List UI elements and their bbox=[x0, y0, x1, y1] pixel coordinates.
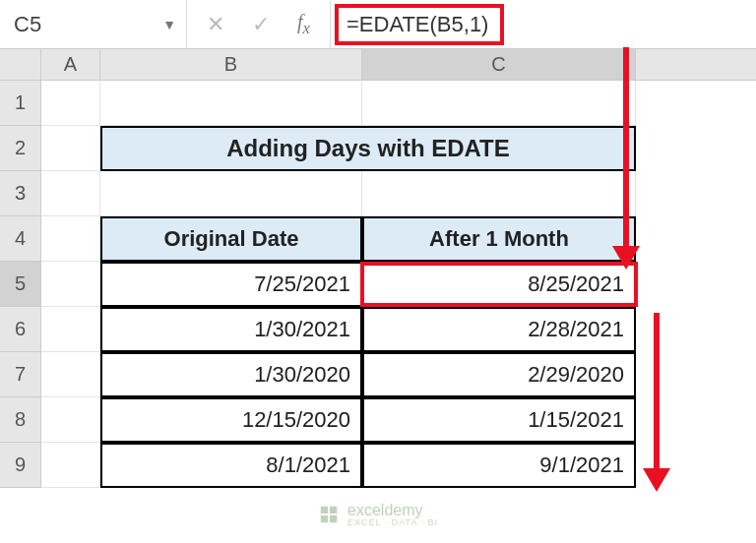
cell-A5[interactable] bbox=[41, 262, 100, 307]
watermark: exceldemy EXCEL · DATA · BI bbox=[318, 502, 438, 527]
grid-body: 1 2 Adding Days with EDATE 3 4 Original … bbox=[0, 81, 756, 488]
row-header-7[interactable]: 7 bbox=[0, 352, 41, 397]
cell-C9[interactable]: 9/1/2021 bbox=[362, 443, 636, 488]
row-header-3[interactable]: 3 bbox=[0, 171, 41, 216]
row-2: 2 Adding Days with EDATE bbox=[0, 126, 756, 171]
cell-A8[interactable] bbox=[41, 397, 100, 443]
row-6: 6 1/30/2021 2/28/2021 bbox=[0, 307, 756, 352]
watermark-brand: exceldemy bbox=[347, 502, 422, 518]
row-header-4[interactable]: 4 bbox=[0, 216, 41, 262]
row-header-9[interactable]: 9 bbox=[0, 443, 41, 488]
col-header-C[interactable]: C bbox=[362, 49, 636, 80]
cell-C5[interactable]: 8/25/2021 bbox=[362, 262, 636, 307]
header-after[interactable]: After 1 Month bbox=[362, 216, 636, 262]
row-header-8[interactable]: 8 bbox=[0, 397, 41, 443]
cell-B7[interactable]: 1/30/2020 bbox=[100, 352, 362, 397]
cell-B1[interactable] bbox=[100, 81, 362, 126]
select-all-corner[interactable] bbox=[0, 49, 41, 80]
header-original[interactable]: Original Date bbox=[100, 216, 362, 262]
row-header-5[interactable]: 5 bbox=[0, 262, 41, 307]
formula-text: =EDATE(B5,1) bbox=[335, 4, 504, 45]
row-7: 7 1/30/2020 2/29/2020 bbox=[0, 352, 756, 397]
name-box-value: C5 bbox=[14, 12, 41, 37]
cell-B5[interactable]: 7/25/2021 bbox=[100, 262, 362, 307]
row-3: 3 bbox=[0, 171, 756, 216]
formula-input[interactable]: =EDATE(B5,1) bbox=[331, 0, 756, 48]
watermark-text: exceldemy EXCEL · DATA · BI bbox=[347, 502, 438, 527]
row-header-1[interactable]: 1 bbox=[0, 81, 41, 126]
cell-B6[interactable]: 1/30/2021 bbox=[100, 307, 362, 352]
row-4: 4 Original Date After 1 Month bbox=[0, 216, 756, 262]
name-box[interactable]: C5 ▼ bbox=[0, 0, 187, 48]
cell-B3[interactable] bbox=[100, 171, 362, 216]
name-box-dropdown-icon[interactable]: ▼ bbox=[162, 17, 176, 32]
cell-B8[interactable]: 12/15/2020 bbox=[100, 397, 362, 443]
arrow-fill-down-head bbox=[643, 468, 670, 492]
cell-A2[interactable] bbox=[41, 126, 100, 171]
formula-bar: C5 ▼ ✕ ✓ fx =EDATE(B5,1) bbox=[0, 0, 756, 49]
row-5: 5 7/25/2021 8/25/2021 bbox=[0, 262, 756, 307]
row-1: 1 bbox=[0, 81, 756, 126]
cell-B9[interactable]: 8/1/2021 bbox=[100, 443, 362, 488]
arrow-formula-to-cell-head bbox=[612, 246, 640, 270]
cell-A4[interactable] bbox=[41, 216, 100, 262]
cell-A1[interactable] bbox=[41, 81, 100, 126]
cell-C3[interactable] bbox=[362, 171, 636, 216]
cell-A9[interactable] bbox=[41, 443, 100, 488]
cell-C7[interactable]: 2/29/2020 bbox=[362, 352, 636, 397]
watermark-tagline: EXCEL · DATA · BI bbox=[347, 517, 438, 527]
col-header-B[interactable]: B bbox=[100, 49, 362, 80]
arrow-fill-down-line bbox=[654, 313, 660, 472]
cell-C6[interactable]: 2/28/2021 bbox=[362, 307, 636, 352]
watermark-logo-icon bbox=[318, 504, 340, 525]
title-cell[interactable]: Adding Days with EDATE bbox=[100, 126, 636, 171]
cancel-icon[interactable]: ✕ bbox=[207, 12, 224, 37]
row-header-6[interactable]: 6 bbox=[0, 307, 41, 352]
cell-C1[interactable] bbox=[362, 81, 636, 126]
cell-C8[interactable]: 1/15/2021 bbox=[362, 397, 636, 443]
column-headers: A B C bbox=[0, 49, 756, 81]
cell-A3[interactable] bbox=[41, 171, 100, 216]
cell-A6[interactable] bbox=[41, 307, 100, 352]
confirm-icon[interactable]: ✓ bbox=[252, 12, 270, 37]
arrow-formula-to-cell-line bbox=[623, 47, 629, 250]
row-8: 8 12/15/2020 1/15/2021 bbox=[0, 397, 756, 443]
fx-icon[interactable]: fx bbox=[297, 11, 310, 38]
row-header-2[interactable]: 2 bbox=[0, 126, 41, 171]
cell-A7[interactable] bbox=[41, 352, 100, 397]
col-header-A[interactable]: A bbox=[41, 49, 100, 80]
formula-controls: ✕ ✓ fx bbox=[187, 0, 331, 48]
